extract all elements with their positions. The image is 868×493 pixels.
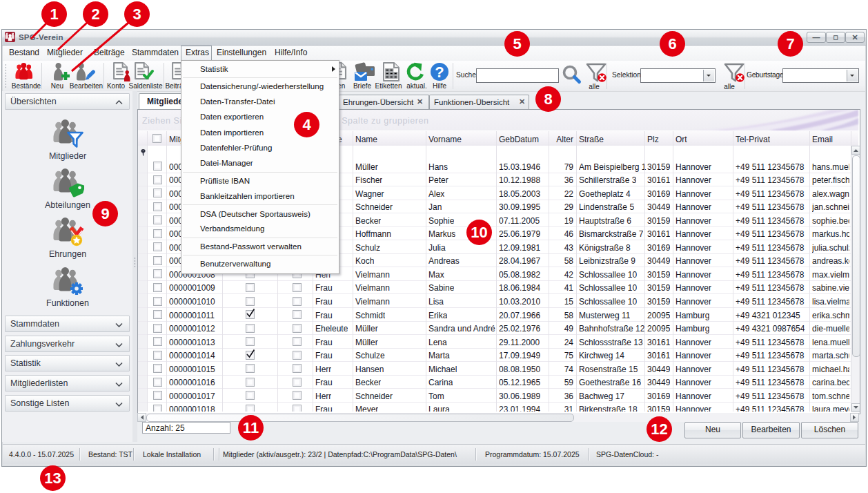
svg-text:?: ? — [435, 64, 444, 81]
